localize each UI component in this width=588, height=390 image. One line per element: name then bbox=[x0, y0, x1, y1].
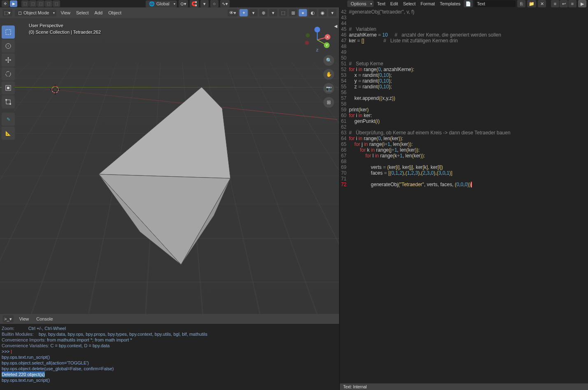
open-text-icon[interactable]: 📁 bbox=[527, 0, 536, 7]
code-line: 70 faces = [(0,1,2),(1,2,3),(2,3,0),(3,0… bbox=[340, 170, 588, 176]
code-line: 67 for l in range(k+1, len(ker)): bbox=[340, 153, 588, 159]
code-line: 62 bbox=[340, 124, 588, 130]
code-line: 50 bbox=[340, 55, 588, 61]
svg-text:Y: Y bbox=[325, 43, 328, 47]
options-label: Options bbox=[351, 1, 366, 6]
shading-solid[interactable]: ● bbox=[299, 9, 307, 16]
transform-tool[interactable] bbox=[2, 95, 15, 108]
code-line: 55 z = randint(0,10); bbox=[340, 84, 588, 90]
camera-view-icon[interactable]: 📷 bbox=[323, 83, 334, 94]
cursor-tool[interactable] bbox=[2, 39, 15, 53]
snap-toggle[interactable]: 🧲 bbox=[190, 0, 199, 7]
selection-mode-1-icon[interactable]: ⬚ bbox=[21, 0, 29, 7]
gizmo-toggle[interactable]: ✦ bbox=[239, 9, 248, 16]
overlay-toggle[interactable]: ⊕ bbox=[259, 9, 267, 16]
collapse-sidebar-icon[interactable]: ◀ bbox=[334, 24, 337, 28]
code-line: 64for i in range(0, len(ker)): bbox=[340, 136, 588, 141]
move-tool[interactable] bbox=[2, 53, 15, 67]
console-line: Convenience Imports: from mathutils impo… bbox=[0, 337, 339, 343]
console-line: Deleted 220 object(s) bbox=[0, 372, 339, 377]
mode-dropdown[interactable]: ◻ Object Mode bbox=[15, 9, 56, 16]
vp-add-menu[interactable]: Add bbox=[93, 9, 105, 16]
tetrahedron-mesh[interactable] bbox=[86, 84, 243, 273]
console-header: >_▾ View Console bbox=[0, 314, 339, 324]
cursor-tool-icon[interactable]: ✥ bbox=[2, 0, 9, 7]
code-line: 53 x = randint(0,10); bbox=[340, 72, 588, 78]
svg-rect-0 bbox=[6, 30, 11, 35]
shading-wireframe[interactable]: ⊞ bbox=[289, 9, 297, 16]
mode-label: Object Mode bbox=[23, 10, 49, 15]
axis-gizmo[interactable]: X Y Z bbox=[303, 25, 328, 50]
editor-type-icon[interactable]: ⬚▾ bbox=[2, 9, 12, 16]
main-topbar: ✥ ▶ ⬚ ⬚ ⬚ ⬚ ⬚ 🌐 Global ⊙▾ 🧲 ▾ ○ ∿▾ Optio… bbox=[0, 0, 588, 7]
code-line: 66 for k in range(j+1, len(ker)): bbox=[340, 147, 588, 153]
proportional-edit-toggle[interactable]: ○ bbox=[210, 0, 218, 7]
code-line: 54 y = randint(0,10); bbox=[340, 78, 588, 84]
perspective-toggle-icon[interactable]: ⊞ bbox=[323, 97, 334, 108]
select-box-tool[interactable] bbox=[2, 25, 15, 39]
templates-menu[interactable]: Templates bbox=[438, 0, 462, 7]
code-line: 51# Setup Kerne bbox=[340, 61, 588, 67]
measure-tool[interactable]: 📐 bbox=[2, 127, 15, 140]
collection-label: (0) Scene Collection | Tetraeder.262 bbox=[29, 29, 101, 35]
selection-mode-4-icon[interactable]: ⬚ bbox=[45, 0, 52, 7]
viewport-canvas[interactable]: User Perspective (0) Scene Collection | … bbox=[0, 18, 339, 314]
format-menu[interactable]: Format bbox=[419, 0, 437, 7]
edit-menu[interactable]: Edit bbox=[388, 0, 400, 7]
rotate-tool[interactable] bbox=[2, 67, 15, 81]
shading-rendered[interactable]: ◉ bbox=[318, 9, 327, 16]
selection-mode-3-icon[interactable]: ⬚ bbox=[37, 0, 44, 7]
console-line: Builtin Modules: bpy, bpy.data, bpy.ops,… bbox=[0, 331, 339, 337]
run-script-button[interactable]: ▶ bbox=[578, 0, 586, 7]
code-line: 61 genPunkt(i) bbox=[340, 118, 588, 124]
new-text-icon[interactable]: ⎘ bbox=[517, 0, 525, 7]
console-line: Convenience Variables: C = bpy.context, … bbox=[0, 343, 339, 348]
selection-mode-5-icon[interactable]: ⬚ bbox=[53, 0, 60, 7]
svg-point-26 bbox=[306, 33, 310, 37]
code-line: 42#generateObj("tetraeder", v, f) bbox=[340, 9, 588, 15]
text-menu[interactable]: Text bbox=[375, 0, 387, 7]
console-view-menu[interactable]: View bbox=[18, 316, 31, 322]
pan-icon[interactable]: ✋ bbox=[323, 69, 334, 80]
select-menu[interactable]: Select bbox=[401, 0, 417, 7]
text-datablock-icon[interactable]: 📄 bbox=[464, 0, 473, 7]
console-type-icon[interactable]: >_▾ bbox=[2, 315, 14, 323]
shading-lookdev[interactable]: ◐ bbox=[309, 9, 317, 16]
code-line: 59print(ker) bbox=[340, 107, 588, 113]
visibility-dropdown[interactable]: 👁▾ bbox=[228, 9, 238, 16]
tool-sidebar: ✎ 📐 bbox=[2, 25, 15, 140]
console-output[interactable]: Zoom: Ctrl +/-, Ctrl-WheelBuiltin Module… bbox=[0, 324, 339, 390]
code-line: 48 bbox=[340, 44, 588, 49]
gizmo-dropdown[interactable]: ▾ bbox=[249, 9, 258, 16]
vp-object-menu[interactable]: Object bbox=[107, 9, 123, 16]
word-wrap-toggle[interactable]: ↩ bbox=[560, 0, 568, 7]
text-editor[interactable]: 42#generateObj("tetraeder", v, f)434445#… bbox=[340, 7, 588, 383]
vp-view-menu[interactable]: View bbox=[59, 9, 72, 16]
pivot-dropdown[interactable]: ⊙▾ bbox=[179, 0, 188, 7]
magnet-icon: 🧲 bbox=[191, 1, 197, 7]
vp-select-menu[interactable]: Select bbox=[74, 9, 91, 16]
text-name-input[interactable]: Text bbox=[474, 0, 516, 7]
svg-point-23 bbox=[314, 27, 320, 32]
snap-dropdown[interactable]: ▾ bbox=[200, 0, 209, 7]
zoom-icon[interactable]: 🔍 bbox=[323, 55, 334, 66]
code-line: 43 bbox=[340, 15, 588, 21]
selection-mode-2-icon[interactable]: ⬚ bbox=[29, 0, 37, 7]
proportional-dropdown[interactable]: ∿▾ bbox=[220, 0, 230, 7]
shading-dropdown[interactable]: ▾ bbox=[328, 9, 337, 16]
options-dropdown[interactable]: Options bbox=[347, 0, 374, 7]
xray-toggle[interactable]: ⬚ bbox=[279, 9, 287, 16]
transform-orientation-dropdown[interactable]: 🌐 Global bbox=[146, 0, 177, 7]
unlink-text-icon[interactable]: ✕ bbox=[538, 0, 546, 7]
overlay-dropdown[interactable]: ▾ bbox=[269, 9, 277, 16]
svg-point-8 bbox=[9, 103, 11, 105]
select-tool-icon[interactable]: ▶ bbox=[10, 0, 17, 7]
annotate-tool[interactable]: ✎ bbox=[2, 113, 15, 126]
line-numbers-toggle[interactable]: ≡ bbox=[551, 0, 559, 7]
syntax-highlight-toggle[interactable]: ≡ bbox=[568, 0, 576, 7]
console-console-menu[interactable]: Console bbox=[35, 316, 54, 322]
globe-icon: 🌐 bbox=[149, 1, 155, 7]
viewport-header: ⬚▾ ◻ Object Mode View Select Add Object … bbox=[0, 7, 339, 18]
scale-tool[interactable] bbox=[2, 81, 15, 95]
code-line: 44 bbox=[340, 21, 588, 26]
